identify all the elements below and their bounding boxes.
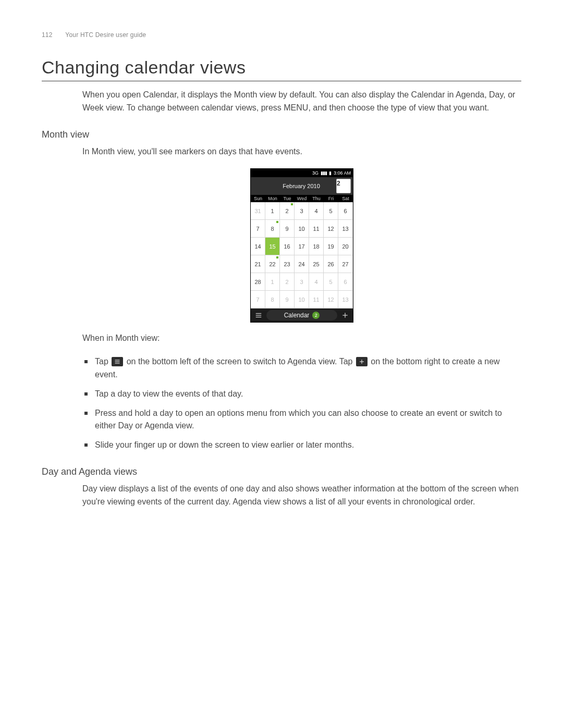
dow-cell: Sun bbox=[251, 195, 265, 202]
calendar-bottom-label: Calendar bbox=[284, 312, 310, 319]
event-marker bbox=[276, 256, 278, 258]
list-item: Tap on the bottom left of the screen to … bbox=[82, 355, 521, 381]
tear-off-day: 2 bbox=[337, 180, 340, 187]
event-marker bbox=[291, 203, 293, 205]
calendar-day-cell[interactable]: 4 bbox=[309, 202, 324, 220]
event-marker bbox=[276, 221, 278, 223]
calendar-day-cell[interactable]: 28 bbox=[251, 273, 265, 291]
list-item: Slide your finger up or down the screen … bbox=[82, 439, 521, 452]
calendar-day-cell[interactable]: 9 bbox=[280, 291, 295, 309]
manual-page: 112 Your HTC Desire user guide Changing … bbox=[0, 0, 563, 728]
add-event-button[interactable] bbox=[337, 312, 353, 319]
day-agenda-block: Day view displays a list of the events o… bbox=[82, 483, 521, 509]
day-agenda-paragraph: Day view displays a list of the events o… bbox=[82, 483, 521, 509]
calendar-day-cell[interactable]: 8 bbox=[265, 220, 280, 238]
list-item: Press and hold a day to open an options … bbox=[82, 407, 521, 433]
dow-cell: Thu bbox=[309, 195, 324, 202]
month-view-heading: Month view bbox=[42, 129, 521, 140]
calendar-day-cell[interactable]: 22 bbox=[265, 255, 280, 273]
month-view-intro2: When in Month view: bbox=[82, 332, 521, 345]
bullet-1a: Tap bbox=[95, 357, 111, 366]
svg-rect-1 bbox=[256, 315, 262, 316]
day-of-week-row: SunMonTueWedThuFriSat bbox=[251, 195, 353, 202]
phone-frame: 3G ▮▮▮ ▮ 3:06 AM February 2010 2 SunMonT… bbox=[250, 168, 353, 323]
calendar-day-cell[interactable]: 8 bbox=[265, 291, 280, 309]
intro-block: When you open Calendar, it displays the … bbox=[82, 89, 521, 115]
svg-rect-4 bbox=[342, 315, 347, 316]
calendar-day-cell[interactable]: 20 bbox=[338, 238, 353, 255]
event-count-badge: 2 bbox=[312, 312, 320, 319]
calendar-day-cell[interactable]: 6 bbox=[338, 202, 353, 220]
calendar-day-cell[interactable]: 6 bbox=[338, 273, 353, 291]
calendar-day-cell[interactable]: 11 bbox=[309, 291, 324, 309]
status-network: 3G bbox=[312, 170, 319, 176]
signal-icon: ▮▮▮ bbox=[321, 170, 327, 176]
calendar-day-cell[interactable]: 9 bbox=[280, 220, 295, 238]
dow-cell: Mon bbox=[265, 195, 280, 202]
calendar-day-cell[interactable]: 5 bbox=[324, 273, 338, 291]
svg-rect-7 bbox=[115, 363, 120, 363]
dow-cell: Sat bbox=[338, 195, 353, 202]
calendar-day-cell[interactable]: 23 bbox=[280, 255, 295, 273]
plus-icon bbox=[356, 357, 368, 366]
agenda-view-button[interactable] bbox=[251, 312, 266, 319]
calendar-day-cell[interactable]: 26 bbox=[324, 255, 338, 273]
svg-rect-2 bbox=[256, 317, 262, 317]
calendar-day-cell[interactable]: 12 bbox=[324, 291, 338, 309]
calendar-day-cell[interactable]: 3 bbox=[295, 202, 309, 220]
calendar-day-cell[interactable]: 27 bbox=[338, 255, 353, 273]
day-agenda-heading: Day and Agenda views bbox=[42, 466, 521, 477]
calendar-day-cell[interactable]: 12 bbox=[324, 220, 338, 238]
calendar-day-cell[interactable]: 10 bbox=[295, 220, 309, 238]
calendar-day-cell[interactable]: 2 bbox=[280, 202, 295, 220]
calendar-day-cell[interactable]: 4 bbox=[309, 273, 324, 291]
battery-icon: ▮ bbox=[329, 170, 332, 176]
month-view-block: In Month view, you'll see markers on day… bbox=[82, 145, 521, 452]
calendar-day-cell[interactable]: 7 bbox=[251, 220, 265, 238]
calendar-day-cell[interactable]: 13 bbox=[338, 291, 353, 309]
dow-cell: Tue bbox=[280, 195, 295, 202]
page-title: Changing calendar views bbox=[42, 57, 521, 78]
calendar-bottom-bar: Calendar 2 bbox=[251, 309, 353, 322]
calendar-day-cell[interactable]: 18 bbox=[309, 238, 324, 255]
calendar-day-cell[interactable]: 21 bbox=[251, 255, 265, 273]
calendar-day-cell[interactable]: 17 bbox=[295, 238, 309, 255]
guide-title: Your HTC Desire user guide bbox=[65, 31, 146, 39]
list-item: Tap a day to view the events of that day… bbox=[82, 388, 521, 401]
calendar-day-cell[interactable]: 13 bbox=[338, 220, 353, 238]
calendar-day-cell[interactable]: 7 bbox=[251, 291, 265, 309]
calendar-month-title: February 2010 bbox=[266, 183, 336, 189]
calendar-day-cell[interactable]: 15 bbox=[265, 238, 280, 255]
svg-rect-0 bbox=[256, 313, 262, 314]
calendar-day-cell[interactable]: 24 bbox=[295, 255, 309, 273]
calendar-month-header: February 2010 2 bbox=[251, 177, 353, 195]
calendar-day-cell[interactable]: 1 bbox=[265, 202, 280, 220]
calendar-day-cell[interactable]: 25 bbox=[309, 255, 324, 273]
svg-rect-6 bbox=[115, 361, 120, 362]
title-rule bbox=[42, 81, 521, 81]
calendar-day-cell[interactable]: 14 bbox=[251, 238, 265, 255]
running-header: 112 Your HTC Desire user guide bbox=[42, 31, 521, 39]
dow-cell: Wed bbox=[295, 195, 309, 202]
calendar-day-cell[interactable]: 19 bbox=[324, 238, 338, 255]
calendar-day-cell[interactable]: 2 bbox=[280, 273, 295, 291]
intro-paragraph: When you open Calendar, it displays the … bbox=[82, 89, 521, 115]
calendar-day-cell[interactable]: 10 bbox=[295, 291, 309, 309]
status-time: 3:06 AM bbox=[334, 170, 351, 176]
calendar-day-cell[interactable]: 16 bbox=[280, 238, 295, 255]
calendar-day-cell[interactable]: 31 bbox=[251, 202, 265, 220]
dow-cell: Fri bbox=[324, 195, 338, 202]
calendar-day-cell[interactable]: 1 bbox=[265, 273, 280, 291]
calendar-day-cell[interactable]: 3 bbox=[295, 273, 309, 291]
menu-icon bbox=[112, 357, 123, 366]
month-view-bullets: Tap on the bottom left of the screen to … bbox=[82, 355, 521, 452]
calendar-grid: 3112345678910111213141516171819202122232… bbox=[251, 202, 353, 309]
calendar-day-cell[interactable]: 5 bbox=[324, 202, 338, 220]
page-number: 112 bbox=[42, 31, 64, 39]
calendar-bottom-label-pill[interactable]: Calendar 2 bbox=[266, 310, 337, 320]
calendar-day-cell[interactable]: 11 bbox=[309, 220, 324, 238]
bullet-1b: on the bottom left of the screen to swit… bbox=[127, 357, 355, 366]
svg-rect-5 bbox=[115, 360, 120, 360]
tear-off-calendar-icon: 2 bbox=[336, 179, 351, 193]
status-bar: 3G ▮▮▮ ▮ 3:06 AM bbox=[251, 169, 353, 177]
